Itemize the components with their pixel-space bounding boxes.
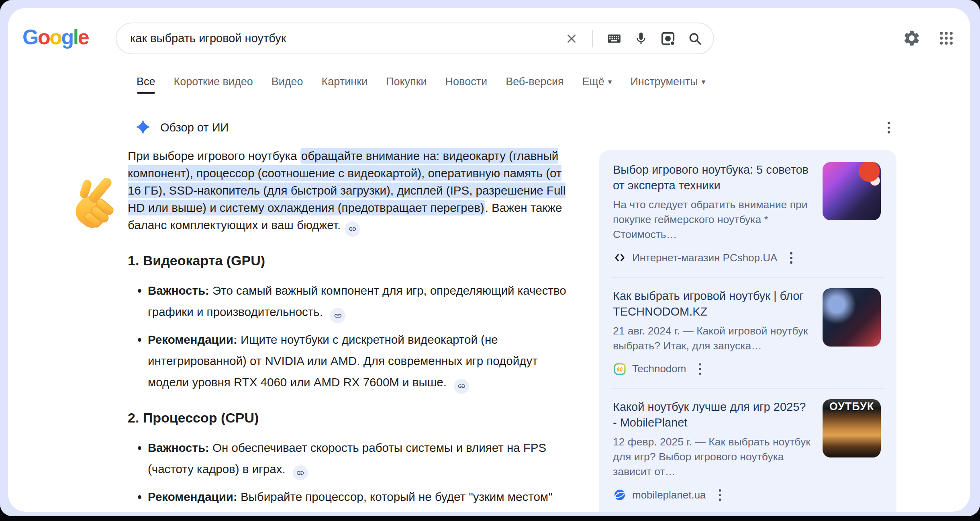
ai-section-heading: 2. Процессор (CPU)	[128, 410, 582, 426]
logo-letter: o	[38, 25, 49, 49]
apps-grid-icon	[938, 30, 955, 47]
paragraph-text: При выборе игрового ноутбука	[128, 149, 300, 162]
result-source-name[interactable]: mobileplanet.ua	[632, 489, 706, 501]
bullet-label: Рекомендации:	[148, 490, 237, 503]
ai-overview-body: При выборе игрового ноутбука обращайте в…	[128, 147, 582, 512]
ai-overview-title: Обзор от ИИ	[160, 121, 229, 134]
source-link-chip[interactable]	[330, 308, 345, 323]
link-icon	[296, 469, 304, 477]
tab-tools[interactable]: Инструменты▾	[630, 68, 705, 95]
lens-search-button[interactable]	[660, 31, 676, 46]
search-input[interactable]: как выбрать игровой ноутбук	[130, 32, 565, 45]
ai-bullet: Важность: Это самый важный компонент для…	[148, 280, 569, 324]
result-source-row: @ Technodom	[613, 361, 813, 378]
tab-short-videos[interactable]: Короткие видео	[174, 68, 253, 95]
result-thumbnail[interactable]	[823, 162, 881, 220]
result-text: Как выбрать игровой ноутбук | блог TECHN…	[613, 288, 813, 378]
result-text: Выбор игрового ноутбука: 5 советов от эк…	[613, 162, 813, 267]
result-text: Какой ноутбук лучше для игр 2025? - Mobi…	[613, 399, 813, 504]
result-thumbnail[interactable]: ОУТБУК	[823, 399, 881, 457]
tab-label: Новости	[445, 76, 488, 88]
close-icon	[565, 32, 578, 45]
tab-label: Покупки	[386, 76, 427, 88]
logo-letter: l	[73, 25, 78, 49]
screen: { "logo": { "letters": ["G", "o", "o", "…	[0, 0, 980, 521]
ai-paragraph: При выборе игрового ноутбука обращайте в…	[128, 147, 578, 237]
source-link-chip[interactable]	[293, 465, 308, 480]
logo-letter: e	[78, 25, 88, 49]
tab-videos[interactable]: Видео	[272, 68, 303, 95]
chevron-down-icon: ▾	[702, 78, 706, 86]
logo-letter: o	[49, 25, 61, 49]
divider	[592, 30, 593, 47]
search-bar-icons	[565, 30, 702, 47]
kebab-menu-button[interactable]	[697, 361, 703, 378]
link-icon	[334, 312, 342, 320]
technodom-icon: @	[613, 362, 627, 376]
result-title[interactable]: Как выбрать игровой ноутбук | блог TECHN…	[613, 288, 813, 320]
search-submit-button[interactable]	[688, 31, 702, 46]
ai-bullet: Рекомендации: Выбирайте процессор, котор…	[148, 486, 569, 512]
tab-all[interactable]: Все	[137, 68, 155, 95]
apps-grid-button[interactable]	[938, 30, 955, 47]
result-card[interactable]: Какой ноутбук лучше для игр 2025? - Mobi…	[599, 389, 896, 512]
clear-search-button[interactable]	[565, 32, 578, 45]
browser-window: Google как выбрать игровой ноутбук	[8, 8, 970, 512]
bullet-label: Рекомендации:	[148, 333, 237, 346]
tab-label: Видео	[272, 76, 303, 88]
related-results-panel: Выбор игрового ноутбука: 5 советов от эк…	[599, 150, 896, 512]
result-thumbnail[interactable]	[823, 288, 881, 347]
search-bar[interactable]: как выбрать игровой ноутбук	[116, 23, 714, 54]
result-snippet: 12 февр. 2025 г. — Как выбрать ноутбук д…	[613, 435, 813, 479]
bullet-label: Важность:	[148, 284, 209, 297]
tab-shopping[interactable]: Покупки	[386, 68, 427, 95]
settings-button[interactable]	[902, 29, 921, 47]
voice-search-button[interactable]	[634, 31, 648, 46]
kebab-menu-button[interactable]	[788, 249, 794, 267]
tab-label: Веб-версия	[506, 76, 564, 88]
ai-bullet-list: Важность: Это самый важный компонент для…	[128, 280, 582, 394]
logo-letter: g	[61, 25, 73, 49]
link-icon	[348, 225, 357, 233]
microphone-icon	[634, 31, 648, 46]
tab-label: Все	[137, 76, 155, 88]
ai-bullet-list: Важность: Он обеспечивает скорость работ…	[128, 437, 582, 512]
tab-web[interactable]: Веб-версия	[506, 68, 564, 95]
tab-more[interactable]: Ещё▾	[582, 68, 612, 95]
bullet-label: Важность:	[148, 441, 209, 454]
result-snippet: На что следует обратить внимание при пок…	[613, 197, 813, 242]
result-source-name[interactable]: Интернет-магазин PCshop.UA	[632, 252, 777, 264]
keyboard-button[interactable]	[606, 31, 622, 46]
ai-sparkle-icon	[134, 118, 152, 137]
link-icon	[457, 382, 466, 390]
result-card[interactable]: Выбор игрового ноутбука: 5 советов от эк…	[599, 152, 896, 277]
google-logo[interactable]: Google	[22, 25, 88, 49]
tab-images[interactable]: Картинки	[322, 68, 368, 95]
code-icon	[613, 251, 627, 265]
svg-text:@: @	[617, 366, 623, 373]
source-link-chip[interactable]	[345, 222, 360, 237]
bullet-text: Это самый важный компонент для игр, опре…	[148, 284, 566, 318]
logo-letter: G	[22, 25, 38, 49]
tab-label: Ещё	[582, 76, 604, 88]
ai-overview-header: Обзор от ИИ	[134, 118, 229, 137]
kebab-menu-button[interactable]	[886, 119, 892, 136]
result-title[interactable]: Выбор игрового ноутбука: 5 советов от эк…	[613, 162, 813, 193]
ai-section-heading: 1. Видеокарта (GPU)	[128, 253, 582, 269]
ai-paragraph-segments: При выборе игрового ноутбука обращайте в…	[128, 148, 566, 232]
result-title[interactable]: Какой ноутбук лучше для игр 2025? - Mobi…	[613, 399, 813, 431]
result-source-name[interactable]: Technodom	[632, 363, 686, 375]
ai-bullet: Важность: Он обеспечивает скорость работ…	[148, 437, 569, 481]
result-source-row: mobileplanet.ua	[613, 486, 813, 504]
keyboard-icon	[606, 31, 622, 46]
result-type-tabs: Все Короткие видео Видео Картинки Покупк…	[137, 68, 705, 95]
kebab-menu-button[interactable]	[717, 486, 723, 504]
search-icon	[688, 31, 702, 46]
desktop-background: Google как выбрать игровой ноутбук	[0, 0, 980, 516]
divider	[8, 95, 970, 95]
globe-icon	[613, 488, 627, 502]
tab-news[interactable]: Новости	[445, 68, 488, 95]
source-link-chip[interactable]	[454, 379, 469, 394]
result-card[interactable]: Как выбрать игровой ноутбук | блог TECHN…	[599, 278, 896, 388]
hand-pointing-emoji	[67, 174, 122, 238]
